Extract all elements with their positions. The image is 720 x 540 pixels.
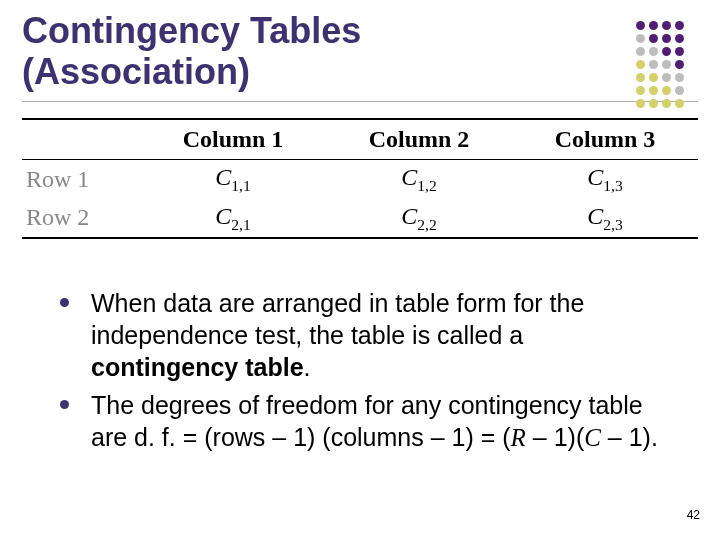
title-underline [22, 101, 698, 102]
title-line-1: Contingency Tables [22, 10, 361, 51]
cell-1-3: C1,3 [512, 159, 698, 198]
contingency-table: Column 1 Column 2 Column 3 Row 1 C1,1 C1… [22, 118, 698, 240]
decorative-dot-grid [634, 18, 686, 111]
bullet-icon [60, 400, 69, 409]
cell-2-1: C2,1 [140, 199, 326, 239]
b2-end: – 1). [601, 423, 658, 451]
col-header-2: Column 2 [326, 119, 512, 160]
cell-1-1: C1,1 [140, 159, 326, 198]
list-item: When data are arranged in table form for… [60, 287, 660, 383]
b1-bold: contingency table [91, 353, 304, 381]
list-item: The degrees of freedom for any contingen… [60, 389, 660, 454]
bullet-list: When data are arranged in table form for… [60, 287, 660, 454]
b1-pre: When data are arranged in table form for… [91, 289, 584, 349]
b2-R: R [511, 424, 526, 451]
page-number: 42 [687, 508, 700, 522]
slide-title: Contingency Tables (Association) [0, 0, 582, 93]
cell-2-3: C2,3 [512, 199, 698, 239]
bullet-icon [60, 298, 69, 307]
cell-2-2: C2,2 [326, 199, 512, 239]
b2-mid: – 1)( [526, 423, 584, 451]
cell-1-2: C1,2 [326, 159, 512, 198]
table-row: Row 1 C1,1 C1,2 C1,3 [22, 159, 698, 198]
b1-post: . [304, 353, 311, 381]
table-header-row: Column 1 Column 2 Column 3 [22, 119, 698, 160]
col-header-3: Column 3 [512, 119, 698, 160]
b2-C: C [584, 424, 601, 451]
title-line-2: (Association) [22, 51, 250, 92]
bullet-text-2: The degrees of freedom for any contingen… [91, 389, 660, 454]
table-row: Row 2 C2,1 C2,2 C2,3 [22, 199, 698, 239]
row-label-1: Row 1 [22, 159, 140, 198]
col-header-1: Column 1 [140, 119, 326, 160]
row-label-2: Row 2 [22, 199, 140, 239]
bullet-text-1: When data are arranged in table form for… [91, 287, 660, 383]
slide: Contingency Tables (Association) Column … [0, 0, 720, 540]
